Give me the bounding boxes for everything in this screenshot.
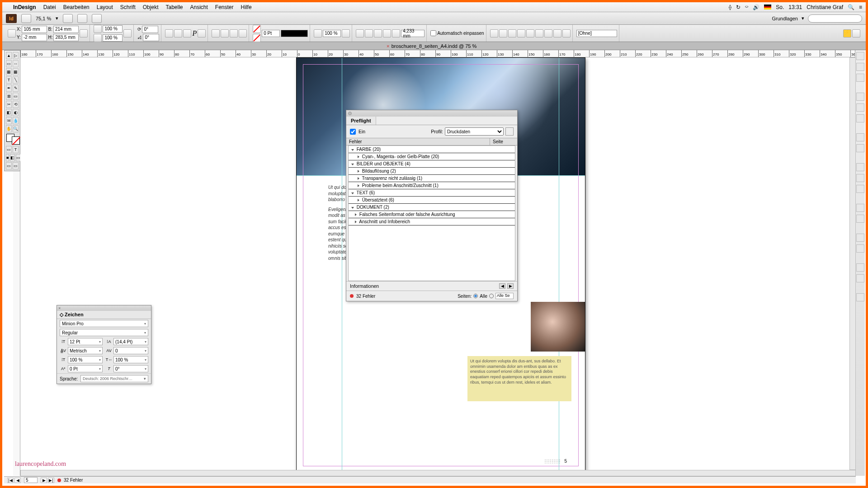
object-style-field[interactable]: [Ohne] xyxy=(576,30,617,37)
zeichen-tab[interactable]: ◇ Zeichen xyxy=(60,312,84,317)
document-tab[interactable]: broschuere_8_seiten_A4.indd @ 75 % xyxy=(392,43,477,49)
preflight-panel[interactable]: Preflight Ein Profil: Druckdaten Fehler … xyxy=(346,110,518,301)
distribute-icon[interactable] xyxy=(562,29,571,38)
constrain-scale-icon[interactable] xyxy=(123,29,132,38)
sync-icon[interactable]: ↻ xyxy=(736,4,741,10)
wifi-icon[interactable]: ⌔ xyxy=(745,4,748,10)
skew-field[interactable]: 0°▾ xyxy=(113,365,148,372)
fit-frame-icon[interactable] xyxy=(490,29,498,38)
preview-view-icon[interactable]: ▭ xyxy=(13,162,19,169)
fill-stroke-swatch[interactable] xyxy=(6,134,20,145)
align-bottom-icon[interactable] xyxy=(553,29,561,38)
object-styles-panel-icon[interactable] xyxy=(856,144,864,152)
error-item[interactable]: Probleme beim Anschnitt/Zuschnitt (1) xyxy=(349,182,515,189)
kerning-field[interactable]: Metrisch▾ xyxy=(68,347,103,354)
menu-fenster[interactable]: Fenster xyxy=(215,4,234,10)
arrange-button[interactable] xyxy=(92,14,102,23)
line-tool[interactable]: ╲ xyxy=(13,76,19,84)
type-tool[interactable]: T xyxy=(6,76,12,84)
scaley-field[interactable]: 100 % xyxy=(103,34,123,42)
gradient-swatch-tool[interactable]: ◧ xyxy=(6,109,12,116)
links-panel-icon[interactable] xyxy=(856,74,864,82)
normal-view-icon[interactable]: ▭ xyxy=(6,162,12,169)
view-options-button[interactable] xyxy=(63,14,73,23)
user-name[interactable]: Christiane Graf xyxy=(807,4,843,10)
menu-hilfe[interactable]: Hilfe xyxy=(241,4,252,10)
profile-select[interactable]: Druckdaten xyxy=(445,127,504,136)
story-panel-icon[interactable] xyxy=(856,274,864,282)
input-flag-icon[interactable] xyxy=(764,5,771,9)
auto-fit-checkbox[interactable] xyxy=(430,30,436,36)
vscale-field[interactable]: 100 %▾ xyxy=(68,356,103,363)
status-error-icon[interactable] xyxy=(57,479,61,482)
panel-titlebar[interactable]: × xyxy=(57,305,151,311)
callout-text-frame[interactable]: Ut qui dolorem volupta dis dus-ant, sus … xyxy=(467,356,571,401)
text-wrap-panel-icon[interactable] xyxy=(856,234,864,242)
error-item[interactable]: Anschnitt und Infobereich xyxy=(349,218,515,225)
fill-swatch-icon[interactable] xyxy=(253,25,261,33)
quick-apply-icon[interactable]: ⚡ xyxy=(843,29,851,38)
menu-objekt[interactable]: Objekt xyxy=(143,4,159,10)
clock-time[interactable]: 13:31 xyxy=(788,4,802,10)
apply-gradient-icon[interactable]: ◧ xyxy=(10,154,15,161)
spotlight-icon[interactable]: 🔍 xyxy=(848,4,854,10)
font-size-field[interactable]: 12 Pt▾ xyxy=(68,338,103,345)
dropbox-icon[interactable]: ⟠ xyxy=(729,4,731,10)
center-content-icon[interactable] xyxy=(526,29,534,38)
fx-panel-icon[interactable] xyxy=(856,133,864,141)
scissors-tool[interactable]: ✂ xyxy=(6,101,12,108)
pathfinder-panel-icon[interactable] xyxy=(856,215,864,223)
content-placer-tool[interactable]: ▦ xyxy=(13,68,19,75)
rotate-field[interactable]: 0° xyxy=(142,26,158,33)
preflight-on-checkbox[interactable] xyxy=(350,129,356,135)
select-container-icon[interactable] xyxy=(212,29,220,38)
embed-profile-icon[interactable] xyxy=(505,127,514,136)
swatches-panel-icon[interactable] xyxy=(856,114,864,122)
note-tool[interactable]: ✉ xyxy=(6,117,12,124)
close-tab-icon[interactable]: × xyxy=(387,43,389,49)
formatting-text-icon[interactable]: T xyxy=(13,146,19,153)
error-item[interactable]: Transparenz nicht zulässig (1) xyxy=(349,175,515,182)
menu-bearbeiten[interactable]: Bearbeiten xyxy=(63,4,90,10)
select-prev-icon[interactable] xyxy=(230,29,238,38)
fx-icon[interactable] xyxy=(314,29,322,38)
error-category[interactable]: DOKUMENT (2) xyxy=(349,204,515,211)
para-styles-panel-icon[interactable] xyxy=(856,174,864,182)
rect-frame-tool[interactable]: ⊠ xyxy=(6,93,12,100)
constrain-icon[interactable] xyxy=(80,29,88,38)
radio-all[interactable] xyxy=(473,294,478,298)
direct-selection-tool[interactable]: ▷ xyxy=(13,52,19,59)
tracking-field[interactable]: 0▾ xyxy=(113,347,148,354)
layers-panel-icon[interactable] xyxy=(856,63,864,71)
scalex-field[interactable]: 100 % xyxy=(103,25,123,33)
panel-menu-icon[interactable] xyxy=(852,29,860,38)
glyphs-panel-icon[interactable] xyxy=(856,263,864,272)
stroke-style-field[interactable] xyxy=(281,30,308,37)
stroke-swatch-icon[interactable] xyxy=(253,34,261,42)
selection-tool[interactable]: ▲ xyxy=(6,52,12,59)
error-item[interactable]: Bildauflösung (2) xyxy=(349,168,515,175)
wrap-none-icon[interactable] xyxy=(356,29,364,38)
wrap-shape-icon[interactable] xyxy=(374,29,382,38)
corner-icon[interactable] xyxy=(392,29,400,38)
flip-v-icon[interactable] xyxy=(198,29,206,38)
formatting-container-icon[interactable]: ▭ xyxy=(6,146,12,153)
content-collector-tool[interactable]: ▦ xyxy=(6,68,12,75)
secondary-image-frame[interactable] xyxy=(531,302,585,352)
cc-libs-panel-icon[interactable] xyxy=(856,293,864,301)
range-field[interactable]: Alle Se xyxy=(495,293,514,299)
error-item[interactable]: Übersatztext (6) xyxy=(349,197,515,204)
align-vcenter-icon[interactable] xyxy=(544,29,552,38)
notification-icon[interactable]: ≡ xyxy=(859,4,862,10)
flip-h-icon[interactable] xyxy=(183,29,191,38)
eyedropper-tool[interactable]: 💧 xyxy=(13,117,19,124)
guide-v1[interactable] xyxy=(342,58,342,473)
language-select[interactable]: Deutsch: 2006 Rechtschr…▾ xyxy=(80,375,148,382)
w-field[interactable]: 214 mm xyxy=(53,26,79,33)
guide-v2[interactable] xyxy=(559,58,559,473)
volume-icon[interactable]: 🔊 xyxy=(753,4,760,10)
panel-titlebar[interactable] xyxy=(346,110,517,117)
transform-tool[interactable]: ⟲ xyxy=(13,101,19,108)
app-name[interactable]: InDesign xyxy=(13,4,36,10)
menu-schrift[interactable]: Schrift xyxy=(120,4,136,10)
